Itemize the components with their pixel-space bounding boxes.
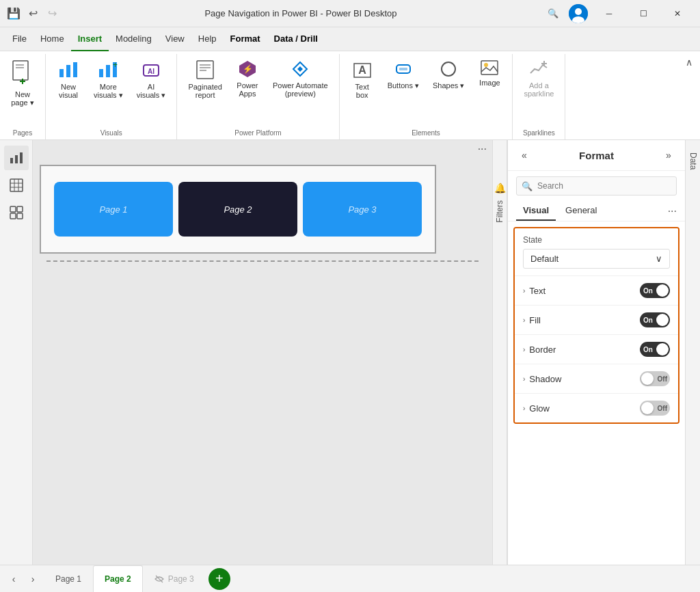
image-label: Image [479,79,500,87]
page-next-btn[interactable]: › [25,571,41,587]
page-btn-2[interactable]: Page 2 [178,182,297,237]
page-tab-2[interactable]: Page 2 [93,565,143,592]
paginated-report-label: Paginatedreport [188,83,222,99]
window-title: Page Navigation in Power BI - Power BI D… [59,8,543,18]
filters-panel: 🔔 Filters [492,140,507,565]
filters-label[interactable]: Filters [495,200,504,223]
format-panel-next-btn[interactable]: » [660,147,677,163]
format-glow-toggle[interactable]: Off [640,401,670,416]
page-btn-3[interactable]: Page 3 [303,182,422,237]
new-page-btn[interactable]: Newpage ▾ [5,57,40,110]
format-search: 🔍 [516,176,677,196]
page-tab-3[interactable]: Page 3 [143,565,206,592]
data-panel-tab[interactable]: Data [685,140,700,565]
buttons-btn[interactable]: Buttons ▾ [382,57,425,93]
svg-rect-0 [13,61,28,80]
svg-rect-32 [10,179,23,191]
text-box-btn[interactable]: A Textbox [345,57,379,102]
sidebar-table-icon[interactable] [4,173,29,198]
minimize-btn[interactable]: ─ [593,3,625,24]
image-btn[interactable]: Image [472,57,507,90]
user-avatar[interactable] [569,4,588,23]
power-apps-btn[interactable]: ⚡ PowerApps [230,57,265,100]
data-panel-label[interactable]: Data [688,147,698,175]
canvas-empty-area [46,260,479,397]
format-state-value: Default [530,254,558,264]
format-state-section: State Default ∨ [515,228,678,275]
new-page-icon [12,59,33,89]
format-row-shadow-label: › Shadow [523,374,640,384]
power-apps-label: PowerApps [237,81,258,98]
format-tab-more[interactable]: ··· [668,205,677,217]
ribbon-collapse-btn[interactable]: ∧ [681,54,697,70]
titlebar-search-btn[interactable]: 🔍 [543,3,563,24]
ribbon-group-sparklines-label: Sparklines [523,128,555,139]
svg-rect-31 [20,152,23,163]
menu-modeling[interactable]: Modeling [109,27,159,51]
page-tab-1[interactable]: Page 1 [44,565,93,592]
format-shadow-toggle-knob [641,373,654,385]
ribbon-group-powerplatform-label: Power Platform [234,128,281,139]
paginated-report-btn[interactable]: Paginatedreport [183,57,228,102]
page-nav-visual[interactable]: Page 1 Page 2 Page 3 [40,165,436,254]
page-btn-1[interactable]: Page 1 [54,182,173,237]
svg-rect-38 [17,206,23,212]
ribbon-group-elements-label: Elements [412,128,440,139]
format-shadow-toggle-label: Off [658,375,667,383]
svg-text:AI: AI [148,68,154,75]
menubar: File Home Insert Modeling View Help Form… [0,27,700,51]
page-prev-btn[interactable]: ‹ [5,571,22,587]
format-fill-label: Fill [529,315,541,325]
format-row-border-label: › Border [523,345,640,355]
more-visuals-label: Morevisuals ▾ [94,83,123,100]
more-visuals-btn[interactable]: + Morevisuals ▾ [88,57,129,103]
format-tab-general[interactable]: General [558,201,604,221]
power-automate-btn[interactable]: Power Automate(preview) [267,57,334,100]
format-text-toggle[interactable]: On [640,283,670,298]
sidebar-bar-chart-icon[interactable] [4,146,29,170]
add-sparkline-btn[interactable]: Add asparkline [518,57,559,100]
canvas-area: ··· Page 1 Page 2 Page 3 [33,140,492,565]
ai-visuals-label: AIvisuals ▾ [137,83,166,100]
format-shadow-label: Shadow [529,374,561,384]
svg-text:⚡: ⚡ [242,64,252,74]
format-tab-visual[interactable]: Visual [516,201,556,221]
menu-file[interactable]: File [5,27,33,51]
new-page-label: Newpage ▾ [11,90,34,107]
menu-view[interactable]: View [159,27,191,51]
format-state-dropdown[interactable]: Default ∨ [523,249,670,269]
format-dropdown-chevron: ∨ [656,254,662,264]
undo-icon[interactable]: ↩ [26,7,40,21]
ai-visuals-btn[interactable]: AI AIvisuals ▾ [131,57,172,103]
close-btn[interactable]: ✕ [662,3,693,24]
format-shadow-toggle[interactable]: Off [640,371,670,386]
format-panel-prev-btn[interactable]: « [516,147,533,163]
menu-help[interactable]: Help [191,27,224,51]
page-tabs: ‹ › Page 1 Page 2 Page 3 + [0,565,700,592]
format-glow-label: Glow [529,403,550,414]
format-panel-title: Format [579,150,614,161]
menu-format[interactable]: Format [224,27,267,51]
canvas-more-menu[interactable]: ··· [478,143,487,155]
shapes-btn[interactable]: Shapes ▾ [427,57,470,93]
menu-home[interactable]: Home [33,27,71,51]
format-search-input[interactable] [516,176,677,196]
format-search-icon: 🔍 [522,181,533,191]
redo-icon[interactable]: ↪ [45,7,59,21]
svg-rect-8 [99,69,103,77]
buttons-label: Buttons ▾ [388,81,419,90]
format-fill-toggle[interactable]: On [640,312,670,327]
canvas-toolbar: ··· [33,140,492,158]
sidebar-more-icon[interactable] [4,200,29,225]
filter-bell-icon[interactable]: 🔔 [493,181,507,195]
new-visual-btn[interactable]: Newvisual [51,57,85,102]
restore-btn[interactable]: ☐ [628,3,659,24]
add-page-btn[interactable]: + [208,568,230,590]
format-border-toggle[interactable]: On [640,342,670,357]
save-icon[interactable]: 💾 [7,7,21,21]
svg-rect-9 [106,65,110,77]
format-row-fill-label: › Fill [523,315,640,325]
menu-datadrill[interactable]: Data / Drill [267,27,325,51]
menu-insert[interactable]: Insert [71,27,109,51]
svg-text:+: + [113,60,118,70]
